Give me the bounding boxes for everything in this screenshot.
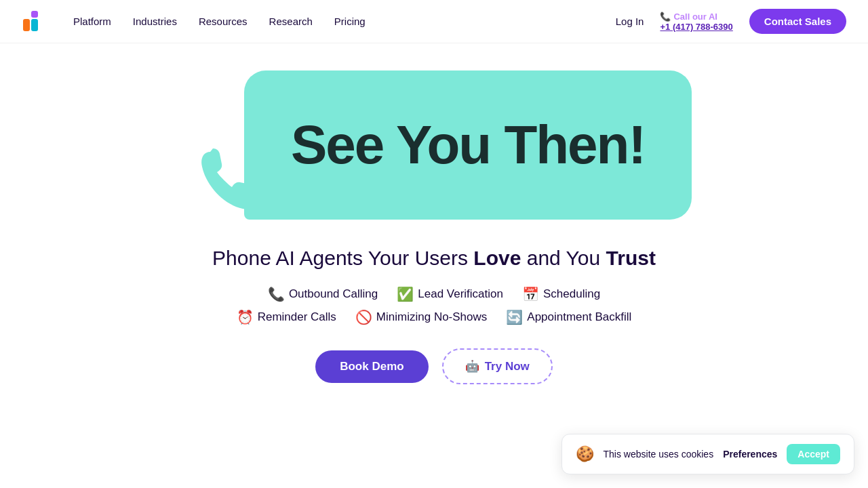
feature-scheduling: 📅 Scheduling bbox=[522, 286, 600, 302]
feature-lead-verify: ✅ Lead Verification bbox=[397, 286, 503, 302]
nav-pricing[interactable]: Pricing bbox=[334, 16, 366, 27]
cookie-icon: 🍪 bbox=[576, 445, 594, 463]
alarm-icon: ⏰ bbox=[237, 309, 254, 325]
noshow-icon: 🚫 bbox=[355, 309, 372, 325]
book-demo-button[interactable]: Book Demo bbox=[315, 350, 428, 383]
outbound-icon: 📞 bbox=[268, 286, 285, 302]
feature-noshows: 🚫 Minimizing No-Shows bbox=[355, 309, 487, 325]
svg-rect-1 bbox=[31, 11, 38, 18]
cookie-preferences-button[interactable]: Preferences bbox=[723, 449, 777, 460]
nav-industries[interactable]: Industries bbox=[133, 16, 177, 27]
calendar-icon: 📅 bbox=[522, 286, 539, 302]
contact-sales-button[interactable]: Contact Sales bbox=[749, 9, 846, 34]
hero-headline: See You Then! bbox=[291, 118, 645, 172]
hero-subtitle: Phone AI Agents Your Users Love and You … bbox=[212, 247, 656, 270]
feature-backfill: 🔄 Appointment Backfill bbox=[506, 309, 631, 325]
call-ai-section: 📞 Call our AI +1 (417) 788-6390 bbox=[660, 12, 732, 32]
cookie-text: This website uses cookies bbox=[604, 449, 714, 460]
speech-bubble: See You Then! bbox=[244, 70, 692, 220]
hero-visual: See You Then! bbox=[176, 70, 692, 233]
robot-icon: 🤖 bbox=[465, 359, 479, 373]
navbar: Platform Industries Resources Research P… bbox=[0, 0, 868, 43]
call-ai-label: 📞 Call our AI bbox=[660, 12, 717, 22]
svg-rect-2 bbox=[31, 19, 38, 31]
features-row-2: ⏰ Reminder Calls 🚫 Minimizing No-Shows 🔄… bbox=[237, 309, 632, 325]
call-number[interactable]: +1 (417) 788-6390 bbox=[660, 22, 732, 32]
nav-right: Log In 📞 Call our AI +1 (417) 788-6390 C… bbox=[616, 9, 846, 34]
backfill-icon: 🔄 bbox=[506, 309, 523, 325]
feature-reminder: ⏰ Reminder Calls bbox=[237, 309, 336, 325]
nav-links: Platform Industries Resources Research P… bbox=[73, 16, 366, 28]
nav-research[interactable]: Research bbox=[269, 16, 313, 27]
verify-icon: ✅ bbox=[397, 286, 414, 302]
feature-outbound: 📞 Outbound Calling bbox=[268, 286, 378, 302]
nav-resources[interactable]: Resources bbox=[199, 16, 248, 27]
nav-platform[interactable]: Platform bbox=[73, 16, 111, 27]
cookie-accept-button[interactable]: Accept bbox=[787, 444, 840, 464]
hero-section: See You Then! Phone AI Agents Your Users… bbox=[0, 43, 868, 384]
try-now-button[interactable]: 🤖 Try Now bbox=[442, 348, 553, 384]
logo[interactable] bbox=[22, 9, 46, 34]
login-link[interactable]: Log In bbox=[616, 16, 644, 27]
cookie-banner: 🍪 This website uses cookies Preferences … bbox=[561, 434, 855, 474]
cta-buttons: Book Demo 🤖 Try Now bbox=[315, 348, 553, 384]
phone-icon: 📞 bbox=[660, 12, 671, 22]
svg-rect-0 bbox=[23, 19, 30, 31]
features-row-1: 📞 Outbound Calling ✅ Lead Verification 📅… bbox=[268, 286, 600, 302]
